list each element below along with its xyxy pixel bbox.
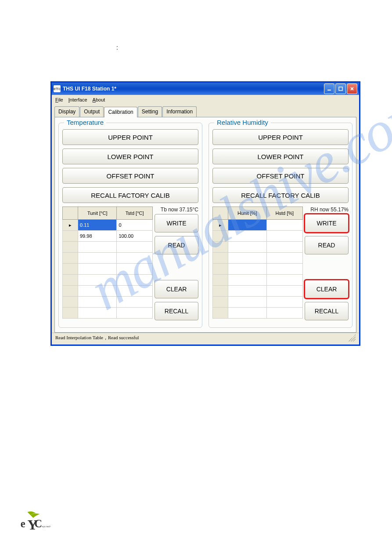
temp-read-button[interactable]: READ xyxy=(155,236,198,254)
rh-cell[interactable] xyxy=(228,297,267,308)
row-selector-icon[interactable]: ▸ xyxy=(63,220,78,231)
rh-cell[interactable] xyxy=(266,286,302,297)
rh-cell[interactable] xyxy=(228,253,267,264)
temp-offset-point-button[interactable]: OFFSET POINT xyxy=(62,168,198,184)
svg-text:C: C xyxy=(34,518,42,530)
rh-cell[interactable] xyxy=(228,220,267,231)
temp-cell[interactable]: 0.11 xyxy=(78,220,117,231)
tab-information[interactable]: Information xyxy=(162,106,197,117)
rh-cell[interactable] xyxy=(228,242,267,253)
status-text: Read Interpolation Table，Read successful xyxy=(55,334,139,343)
temp-cell[interactable] xyxy=(117,275,153,286)
rh-read-button[interactable]: READ xyxy=(305,236,349,254)
minimize-button[interactable] xyxy=(324,83,334,94)
titlebar[interactable]: eYc THS UI F18 Station 1* xyxy=(52,83,359,95)
tab-output[interactable]: Output xyxy=(80,106,104,117)
svg-rect-1 xyxy=(339,87,342,91)
status-bar: Read Interpolation Table，Read successful xyxy=(52,333,359,345)
rh-col1: Hunit [%] xyxy=(228,207,267,220)
eyc-tech-logo: e Y C eyc-tech xyxy=(20,510,50,533)
tab-bar: Display Output Calibration Setting Infor… xyxy=(52,105,359,117)
temp-write-button[interactable]: WRITE xyxy=(155,214,198,232)
rh-cell[interactable] xyxy=(266,308,302,319)
menu-about[interactable]: About xyxy=(93,97,105,102)
rh-cell[interactable] xyxy=(266,242,302,253)
close-button[interactable] xyxy=(347,83,357,94)
app-icon: eYc xyxy=(54,85,61,92)
temp-grid[interactable]: Tunit [°C]Tstd [°C] ▸0.110 99.98100.00 xyxy=(62,207,153,324)
rh-cell[interactable] xyxy=(228,286,267,297)
temp-cell[interactable] xyxy=(78,242,117,253)
temp-cell[interactable] xyxy=(117,286,153,297)
temp-now-label: Tb now 37.15°C xyxy=(155,207,198,213)
temp-cell[interactable] xyxy=(117,253,153,264)
rh-now-label: RH now 55.17% xyxy=(305,207,349,213)
svg-rect-0 xyxy=(327,90,331,91)
rh-col2: Hstd [%] xyxy=(266,207,302,220)
row-selector-icon[interactable]: ▸ xyxy=(213,220,228,231)
rh-cell[interactable] xyxy=(266,253,302,264)
rh-lower-point-button[interactable]: LOWER POINT xyxy=(212,149,349,164)
rh-recall-button[interactable]: RECALL xyxy=(305,302,349,320)
temp-cell[interactable]: 0 xyxy=(117,220,153,231)
svg-text:eyc-tech: eyc-tech xyxy=(42,525,50,528)
temp-recall-factory-button[interactable]: RECALL FACTORY CALIB xyxy=(62,187,198,203)
svg-text:e: e xyxy=(21,518,25,530)
resize-grip-icon[interactable] xyxy=(349,334,356,341)
menu-interface[interactable]: Interface xyxy=(68,97,87,102)
temp-lower-point-button[interactable]: LOWER POINT xyxy=(62,149,198,164)
rh-cell[interactable] xyxy=(266,264,302,275)
temp-cell[interactable] xyxy=(78,253,117,264)
colon-text: : xyxy=(116,44,118,51)
rh-recall-factory-button[interactable]: RECALL FACTORY CALIB xyxy=(212,187,349,203)
temp-cell[interactable]: 100.00 xyxy=(117,231,153,242)
temp-recall-button[interactable]: RECALL xyxy=(155,302,198,320)
temp-cell[interactable] xyxy=(117,264,153,275)
tab-calibration[interactable]: Calibration xyxy=(104,107,137,117)
group-title-temperature: Temperature xyxy=(64,119,106,126)
temp-cell[interactable]: 99.98 xyxy=(78,231,117,242)
rh-cell[interactable] xyxy=(228,231,267,242)
rh-cell[interactable] xyxy=(228,308,267,319)
temp-cell[interactable] xyxy=(78,264,117,275)
rh-grid[interactable]: Hunit [%]Hstd [%] ▸ xyxy=(212,207,303,324)
rh-clear-button[interactable]: CLEAR xyxy=(305,280,349,298)
temp-cell[interactable] xyxy=(78,275,117,286)
temp-cell[interactable] xyxy=(78,308,117,319)
group-temperature: Temperature UPPER POINT LOWER POINT OFFS… xyxy=(58,123,202,328)
rh-cell[interactable] xyxy=(266,231,302,242)
temp-cell[interactable] xyxy=(78,286,117,297)
window-title: THS UI F18 Station 1* xyxy=(63,86,116,92)
group-humidity: Relative Humidity UPPER POINT LOWER POIN… xyxy=(209,123,352,328)
app-window: eYc THS UI F18 Station 1* File Interface… xyxy=(50,81,360,346)
maximize-button[interactable] xyxy=(335,83,346,94)
rh-write-button[interactable]: WRITE xyxy=(305,214,349,232)
rh-cell[interactable] xyxy=(266,220,302,231)
rh-upper-point-button[interactable]: UPPER POINT xyxy=(212,129,349,145)
temp-cell[interactable] xyxy=(117,308,153,319)
temp-col1: Tunit [°C] xyxy=(78,207,117,220)
rh-cell[interactable] xyxy=(228,275,267,286)
temp-upper-point-button[interactable]: UPPER POINT xyxy=(62,129,198,145)
rh-cell[interactable] xyxy=(266,275,302,286)
temp-cell[interactable] xyxy=(117,297,153,308)
rh-cell[interactable] xyxy=(266,297,302,308)
temp-cell[interactable] xyxy=(117,242,153,253)
rh-offset-point-button[interactable]: OFFSET POINT xyxy=(212,168,349,184)
menu-file[interactable]: File xyxy=(55,97,63,102)
temp-cell[interactable] xyxy=(78,297,117,308)
menubar: File Interface About xyxy=(52,95,359,105)
tab-setting[interactable]: Setting xyxy=(138,106,162,117)
temp-clear-button[interactable]: CLEAR xyxy=(155,280,198,298)
tab-content: Temperature UPPER POINT LOWER POINT OFFS… xyxy=(54,117,356,333)
tab-display[interactable]: Display xyxy=(54,106,79,117)
rh-cell[interactable] xyxy=(228,264,267,275)
group-title-humidity: Relative Humidity xyxy=(214,119,271,126)
temp-col2: Tstd [°C] xyxy=(117,207,153,220)
